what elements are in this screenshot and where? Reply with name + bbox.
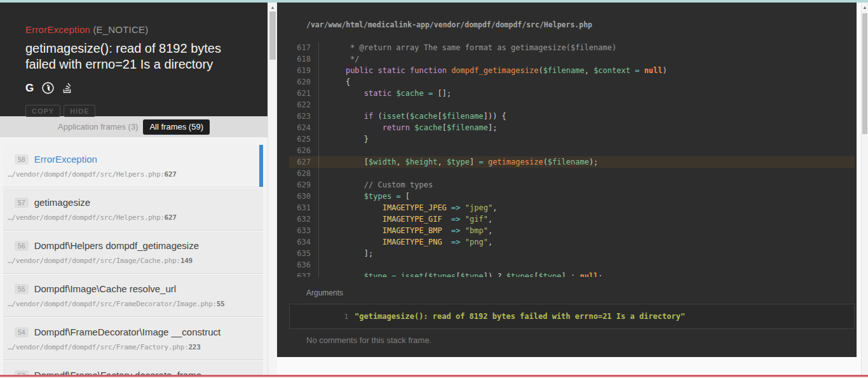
line-source: // Custom types xyxy=(318,179,855,191)
frame-method: Dompdf\Image\Cache resolve_url xyxy=(34,283,176,294)
line-number: 619 xyxy=(289,65,318,76)
line-number: 627 xyxy=(289,156,318,168)
arguments-label: Arguments xyxy=(306,288,343,297)
line-source: } xyxy=(318,133,855,145)
code-line: 637 $type = isset($types[$type]) ? $type… xyxy=(289,271,855,277)
line-source: ]; xyxy=(318,248,855,259)
frame-title-row: 57getimagesize xyxy=(15,197,257,208)
line-source: return $cache[$filename]; xyxy=(318,122,855,133)
code-line: 626 xyxy=(289,145,855,156)
header-actions: COPY HIDE xyxy=(25,105,251,117)
stack-frame[interactable]: 55Dompdf\Image\Cache resolve_url…/vendor… xyxy=(3,274,263,317)
stack-frame[interactable]: 58ErrorException…/vendor/dompdf/dompdf/s… xyxy=(3,145,263,187)
frame-title-row: 54Dompdf\FrameDecorator\Image __construc… xyxy=(15,327,257,337)
copy-button[interactable]: COPY xyxy=(25,105,60,117)
line-number: 620 xyxy=(289,76,318,88)
line-source: IMAGETYPE_JPEG => "jpeg", xyxy=(318,202,855,213)
line-source: IMAGETYPE_BMP => "bmp", xyxy=(318,225,855,236)
frame-title-row: 56Dompdf\Helpers dompdf_getimagesize xyxy=(15,240,257,251)
line-number: 629 xyxy=(289,179,318,191)
code-line: 628 xyxy=(289,168,855,179)
code-line: 627 [$width, $height, $type] = getimages… xyxy=(289,156,855,168)
frame-method: Dompdf\Helpers dompdf_getimagesize xyxy=(34,240,199,251)
scroll-up-icon[interactable]: ▲ xyxy=(862,3,868,11)
code-line: 625 } xyxy=(289,133,855,145)
line-number: 622 xyxy=(289,99,318,111)
stack-frame[interactable]: 54Dompdf\FrameDecorator\Image __construc… xyxy=(3,317,263,360)
line-source xyxy=(318,99,855,111)
scroll-up-icon[interactable]: ▲ xyxy=(268,3,277,11)
line-source: $types = [ xyxy=(318,191,855,202)
stack-frame[interactable]: 56Dompdf\Helpers dompdf_getimagesize…/ve… xyxy=(3,231,263,274)
arguments-box: 1"getimagesize(): read of 8192 bytes fai… xyxy=(289,304,855,329)
code-line: 635 ]; xyxy=(289,248,855,259)
line-source: static $cache = []; xyxy=(318,88,855,99)
frame-index-badge: 56 xyxy=(15,241,29,251)
code-line: 622 xyxy=(289,99,855,111)
code-line: 623 if (isset($cache[$filename])) { xyxy=(289,111,855,122)
line-number: 635 xyxy=(289,248,318,259)
frame-method: Dompdf\FrameDecorator\Image __construct xyxy=(34,327,220,337)
frame-method: ErrorException xyxy=(34,154,97,165)
frame-path: …/vendor/dompdf/dompdf/src/Helpers.php:6… xyxy=(8,213,257,222)
code-line: 617 * @return array The same format as g… xyxy=(289,42,855,53)
argument-row: 1"getimagesize(): read of 8192 bytes fai… xyxy=(290,312,854,321)
stack-frame[interactable]: 57getimagesize…/vendor/dompdf/dompdf/src… xyxy=(3,187,263,231)
code-line: 632 IMAGETYPE_GIF => "gif", xyxy=(289,213,855,225)
exception-message: getimagesize(): read of 8192 bytes faile… xyxy=(25,41,251,72)
line-number: 618 xyxy=(289,53,318,65)
frame-path: …/vendor/dompdf/dompdf/src/Frame/Factory… xyxy=(8,343,257,351)
search-links: G xyxy=(25,81,251,94)
frame-index-badge: 57 xyxy=(15,198,29,208)
stackoverflow-icon[interactable] xyxy=(62,83,72,93)
code-line: 633 IMAGETYPE_BMP => "bmp", xyxy=(289,225,855,236)
argument-index: 1 xyxy=(290,313,348,321)
frame-title-row: 55Dompdf\Image\Cache resolve_url xyxy=(15,283,257,294)
code-line: 634 IMAGETYPE_PNG => "png", xyxy=(289,236,855,248)
line-source: IMAGETYPE_GIF => "gif", xyxy=(318,213,855,225)
exception-title: ErrorException (E_NOTICE) xyxy=(25,24,251,35)
frame-path: …/vendor/dompdf/dompdf/src/Image/Cache.p… xyxy=(8,257,257,265)
frame-index-badge: 54 xyxy=(15,327,29,337)
frames-list: 58ErrorException…/vendor/dompdf/dompdf/s… xyxy=(0,137,268,378)
line-source: $type = isset($types[$type]) ? $types[$t… xyxy=(318,271,855,277)
code-line: 636 xyxy=(289,259,855,271)
exception-header: ErrorException (E_NOTICE) getimagesize()… xyxy=(0,3,268,116)
code-line: 624 return $cache[$filename]; xyxy=(289,122,855,133)
line-number: 637 xyxy=(289,271,318,277)
line-number: 636 xyxy=(289,259,318,271)
code-line: 621 static $cache = []; xyxy=(289,88,855,99)
line-number: 624 xyxy=(289,122,318,133)
frame-path: …/vendor/dompdf/dompdf/src/Helpers.php:6… xyxy=(8,170,257,179)
line-number: 633 xyxy=(289,225,318,236)
page-scrollbar[interactable]: ▲ xyxy=(861,3,868,378)
tab-application-frames[interactable]: Application frames (3) xyxy=(58,122,138,132)
line-source: * @return array The same format as getim… xyxy=(318,42,855,53)
code-line: 631 IMAGETYPE_JPEG => "jpeg", xyxy=(289,202,855,213)
frame-path: …/vendor/dompdf/dompdf/src/FrameDecorato… xyxy=(8,300,257,308)
frame-title-row: 58ErrorException xyxy=(15,154,257,165)
code-view: 617 * @return array The same format as g… xyxy=(289,39,855,277)
frame-index-badge: 58 xyxy=(15,154,29,165)
argument-value: "getimagesize(): read of 8192 bytes fail… xyxy=(355,312,685,321)
tab-all-frames[interactable]: All frames (59) xyxy=(143,119,210,135)
google-icon[interactable]: G xyxy=(25,82,34,94)
page-scrollbar-thumb[interactable] xyxy=(862,13,867,134)
line-number: 631 xyxy=(289,202,318,213)
duckduckgo-icon[interactable] xyxy=(42,82,54,94)
line-source: */ xyxy=(318,53,855,65)
line-source: public static function dompdf_getimagesi… xyxy=(318,65,855,76)
line-source xyxy=(318,168,855,179)
hide-button[interactable]: HIDE xyxy=(64,105,95,117)
line-source: IMAGETYPE_PNG => "png", xyxy=(318,236,855,248)
exception-class: ErrorException xyxy=(25,24,90,35)
frame-file-path: /var/www/html/medicalink-app/vendor/domp… xyxy=(306,20,592,29)
line-source: if (isset($cache[$filename])) { xyxy=(318,111,855,122)
frames-scrollbar[interactable]: ▲ xyxy=(268,3,277,378)
exception-severity: (E_NOTICE) xyxy=(93,24,148,35)
code-line: 630 $types = [ xyxy=(289,191,855,202)
exception-panel: ErrorException (E_NOTICE) getimagesize()… xyxy=(0,3,268,378)
frame-details-panel: /var/www/html/medicalink-app/vendor/domp… xyxy=(277,3,857,357)
frame-comments: No comments for this stack frame. xyxy=(306,335,431,345)
frames-scrollbar-thumb[interactable] xyxy=(269,11,276,60)
